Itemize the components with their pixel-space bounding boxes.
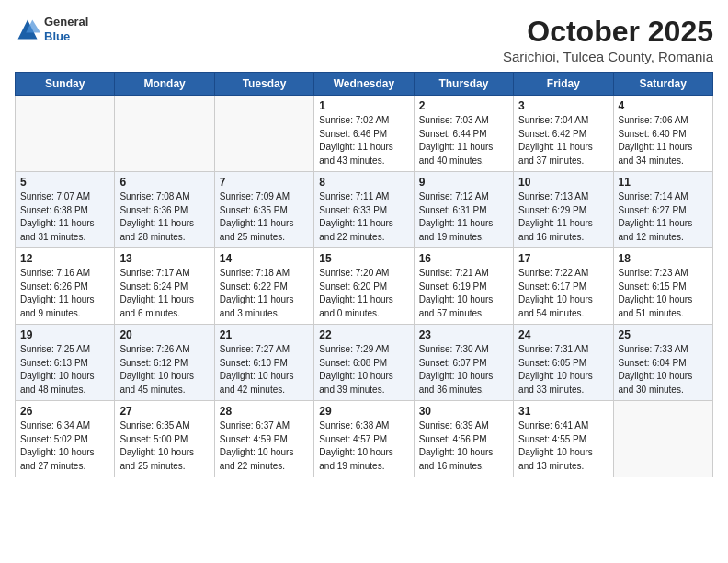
day-info: Sunrise: 7:31 AM Sunset: 6:05 PM Dayligh… [518, 343, 608, 396]
day-number: 13 [119, 252, 209, 265]
day-number: 7 [220, 176, 309, 189]
day-info: Sunrise: 6:35 AM Sunset: 5:00 PM Dayligh… [119, 419, 209, 473]
day-number: 27 [119, 405, 209, 418]
day-info: Sunrise: 7:08 AM Sunset: 6:36 PM Dayligh… [119, 190, 209, 244]
calendar-day-cell: 25Sunrise: 7:33 AM Sunset: 6:04 PM Dayli… [613, 325, 712, 401]
day-number: 15 [319, 252, 408, 265]
calendar-day-cell [613, 401, 712, 477]
location-subtitle: Sarichioi, Tulcea County, Romania [503, 49, 713, 64]
day-number: 1 [319, 99, 408, 112]
day-number: 3 [518, 99, 608, 112]
day-info: Sunrise: 7:09 AM Sunset: 6:35 PM Dayligh… [220, 190, 309, 244]
calendar-week-row: 5Sunrise: 7:07 AM Sunset: 6:38 PM Daylig… [16, 172, 713, 248]
day-number: 17 [518, 252, 608, 265]
day-number: 4 [619, 99, 708, 112]
day-number: 21 [220, 328, 309, 341]
day-number: 14 [220, 252, 309, 265]
calendar-day-cell: 15Sunrise: 7:20 AM Sunset: 6:20 PM Dayli… [314, 248, 414, 325]
day-info: Sunrise: 7:13 AM Sunset: 6:29 PM Dayligh… [518, 190, 608, 244]
day-info: Sunrise: 7:02 AM Sunset: 6:46 PM Dayligh… [319, 114, 408, 167]
calendar-day-cell: 24Sunrise: 7:31 AM Sunset: 6:05 PM Dayli… [514, 325, 613, 401]
day-info: Sunrise: 7:03 AM Sunset: 6:44 PM Dayligh… [419, 114, 508, 167]
day-number: 25 [619, 328, 708, 341]
day-info: Sunrise: 7:26 AM Sunset: 6:12 PM Dayligh… [119, 343, 209, 396]
calendar-day-cell: 16Sunrise: 7:21 AM Sunset: 6:19 PM Dayli… [414, 248, 513, 325]
day-number: 28 [220, 405, 309, 418]
calendar-day-cell: 12Sunrise: 7:16 AM Sunset: 6:26 PM Dayli… [16, 248, 115, 325]
calendar-day-cell: 28Sunrise: 6:37 AM Sunset: 4:59 PM Dayli… [214, 401, 313, 477]
weekday-header-tuesday: Tuesday [214, 73, 313, 96]
calendar-week-row: 12Sunrise: 7:16 AM Sunset: 6:26 PM Dayli… [16, 248, 713, 325]
day-number: 29 [319, 405, 408, 418]
day-number: 12 [20, 252, 109, 265]
calendar-day-cell: 26Sunrise: 6:34 AM Sunset: 5:02 PM Dayli… [16, 401, 115, 477]
day-info: Sunrise: 7:16 AM Sunset: 6:26 PM Dayligh… [20, 267, 109, 320]
day-number: 26 [20, 405, 109, 418]
weekday-header-sunday: Sunday [16, 73, 115, 96]
day-number: 11 [619, 176, 708, 189]
calendar-day-cell [16, 96, 115, 172]
day-number: 20 [119, 328, 209, 341]
calendar-day-cell: 2Sunrise: 7:03 AM Sunset: 6:44 PM Daylig… [414, 96, 513, 172]
day-info: Sunrise: 7:21 AM Sunset: 6:19 PM Dayligh… [419, 267, 508, 320]
day-info: Sunrise: 7:23 AM Sunset: 6:15 PM Dayligh… [619, 267, 708, 320]
day-number: 2 [419, 99, 508, 112]
day-number: 16 [419, 252, 508, 265]
day-number: 22 [319, 328, 408, 341]
calendar-day-cell: 10Sunrise: 7:13 AM Sunset: 6:29 PM Dayli… [514, 172, 613, 248]
calendar-day-cell: 22Sunrise: 7:29 AM Sunset: 6:08 PM Dayli… [314, 325, 414, 401]
day-info: Sunrise: 6:34 AM Sunset: 5:02 PM Dayligh… [20, 419, 109, 473]
calendar-day-cell [115, 96, 214, 172]
calendar-day-cell: 20Sunrise: 7:26 AM Sunset: 6:12 PM Dayli… [115, 325, 214, 401]
day-info: Sunrise: 7:25 AM Sunset: 6:13 PM Dayligh… [20, 343, 109, 396]
weekday-header-thursday: Thursday [414, 73, 513, 96]
logo: General Blue [15, 15, 88, 43]
calendar-day-cell: 3Sunrise: 7:04 AM Sunset: 6:42 PM Daylig… [514, 96, 613, 172]
calendar-week-row: 19Sunrise: 7:25 AM Sunset: 6:13 PM Dayli… [16, 325, 713, 401]
day-info: Sunrise: 6:38 AM Sunset: 4:57 PM Dayligh… [319, 419, 408, 473]
day-info: Sunrise: 7:22 AM Sunset: 6:17 PM Dayligh… [518, 267, 608, 320]
month-title: October 2025 [503, 15, 713, 49]
calendar-day-cell: 9Sunrise: 7:12 AM Sunset: 6:31 PM Daylig… [414, 172, 513, 248]
day-info: Sunrise: 7:17 AM Sunset: 6:24 PM Dayligh… [119, 267, 209, 320]
weekday-header-wednesday: Wednesday [314, 73, 414, 96]
day-number: 30 [419, 405, 508, 418]
day-info: Sunrise: 7:18 AM Sunset: 6:22 PM Dayligh… [220, 267, 309, 320]
calendar-week-row: 1Sunrise: 7:02 AM Sunset: 6:46 PM Daylig… [16, 96, 713, 172]
day-info: Sunrise: 7:06 AM Sunset: 6:40 PM Dayligh… [619, 114, 708, 167]
calendar-day-cell: 21Sunrise: 7:27 AM Sunset: 6:10 PM Dayli… [214, 325, 313, 401]
day-info: Sunrise: 7:12 AM Sunset: 6:31 PM Dayligh… [419, 190, 508, 244]
day-info: Sunrise: 7:20 AM Sunset: 6:20 PM Dayligh… [319, 267, 408, 320]
day-info: Sunrise: 7:33 AM Sunset: 6:04 PM Dayligh… [619, 343, 708, 396]
day-info: Sunrise: 7:29 AM Sunset: 6:08 PM Dayligh… [319, 343, 408, 396]
calendar-day-cell: 8Sunrise: 7:11 AM Sunset: 6:33 PM Daylig… [314, 172, 414, 248]
logo-general: General [44, 15, 88, 29]
calendar-table: SundayMondayTuesdayWednesdayThursdayFrid… [15, 72, 713, 477]
day-info: Sunrise: 6:37 AM Sunset: 4:59 PM Dayligh… [220, 419, 309, 473]
day-number: 10 [518, 176, 608, 189]
calendar-week-row: 26Sunrise: 6:34 AM Sunset: 5:02 PM Dayli… [16, 401, 713, 477]
calendar-day-cell: 7Sunrise: 7:09 AM Sunset: 6:35 PM Daylig… [214, 172, 313, 248]
calendar-day-cell: 31Sunrise: 6:41 AM Sunset: 4:55 PM Dayli… [514, 401, 613, 477]
logo-icon [15, 17, 40, 42]
day-number: 8 [319, 176, 408, 189]
weekday-header-friday: Friday [514, 73, 613, 96]
day-number: 18 [619, 252, 708, 265]
day-number: 9 [419, 176, 508, 189]
calendar-day-cell: 27Sunrise: 6:35 AM Sunset: 5:00 PM Dayli… [115, 401, 214, 477]
calendar-day-cell: 1Sunrise: 7:02 AM Sunset: 6:46 PM Daylig… [314, 96, 414, 172]
calendar-day-cell: 4Sunrise: 7:06 AM Sunset: 6:40 PM Daylig… [613, 96, 712, 172]
calendar-day-cell: 18Sunrise: 7:23 AM Sunset: 6:15 PM Dayli… [613, 248, 712, 325]
day-info: Sunrise: 6:39 AM Sunset: 4:56 PM Dayligh… [419, 419, 508, 473]
logo-text: General Blue [44, 15, 88, 43]
day-info: Sunrise: 6:41 AM Sunset: 4:55 PM Dayligh… [518, 419, 608, 473]
weekday-header-saturday: Saturday [613, 73, 712, 96]
calendar-day-cell [214, 96, 313, 172]
day-number: 24 [518, 328, 608, 341]
calendar-day-cell: 5Sunrise: 7:07 AM Sunset: 6:38 PM Daylig… [16, 172, 115, 248]
calendar-day-cell: 11Sunrise: 7:14 AM Sunset: 6:27 PM Dayli… [613, 172, 712, 248]
calendar-day-cell: 17Sunrise: 7:22 AM Sunset: 6:17 PM Dayli… [514, 248, 613, 325]
calendar-day-cell: 30Sunrise: 6:39 AM Sunset: 4:56 PM Dayli… [414, 401, 513, 477]
header: General Blue October 2025 Sarichioi, Tul… [15, 15, 713, 64]
calendar-day-cell: 23Sunrise: 7:30 AM Sunset: 6:07 PM Dayli… [414, 325, 513, 401]
